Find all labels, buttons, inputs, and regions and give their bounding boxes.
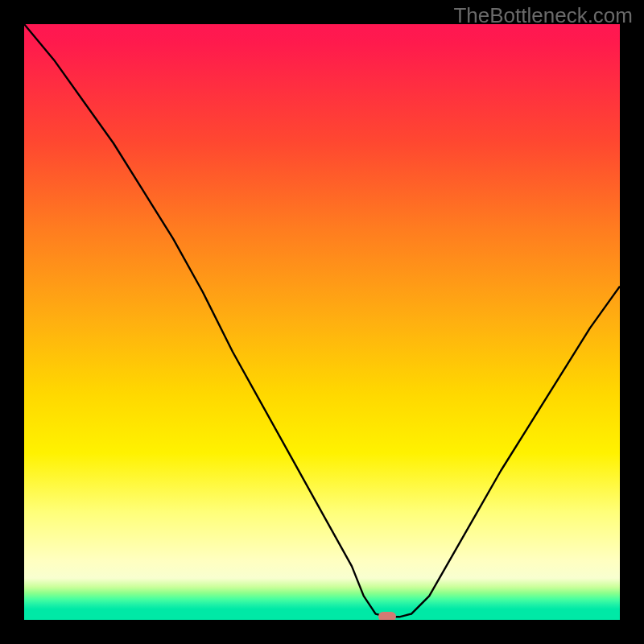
- bottleneck-curve-svg: [24, 24, 620, 620]
- watermark-text: TheBottleneck.com: [453, 3, 633, 28]
- bottleneck-curve-path: [24, 24, 620, 617]
- optimal-point-marker: [378, 612, 396, 620]
- chart-plot-area: [24, 24, 620, 620]
